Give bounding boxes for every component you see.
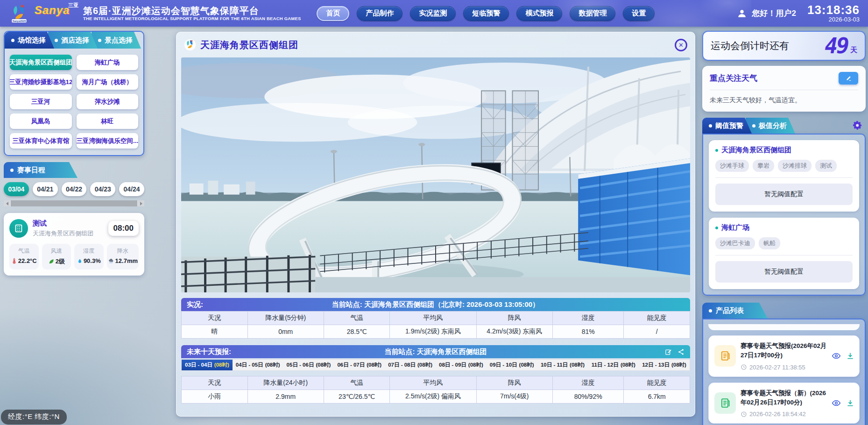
download-icon[interactable] [846,399,854,407]
bullet-dot-icon [715,149,718,152]
clock: 13:18:36 2026-03-03 [807,4,860,23]
forecast-day-tab[interactable]: 05日 - 06日(08时) [283,360,334,370]
countdown-label: 运动会倒计时还有 [711,39,825,52]
header-decor [518,0,751,27]
platform-title-cn: 第6届·亚洲沙滩运动会智慧气象保障平台 [83,6,301,16]
venue-button[interactable]: 海虹广场 [77,55,139,70]
venue-photo [181,57,690,292]
close-icon[interactable]: ✕ [675,39,687,51]
product-card[interactable]: 赛事专题天气预报(2026年02月27日17时00分) 2026-02-27 1… [708,335,860,377]
table-header-row: 天况降水量(5分钟) 气温平均风 阵风湿度 能见度 [182,312,690,325]
tab-threshold-warning[interactable]: 阈值预警 [702,118,752,134]
forecast-bar: 未来十天预报: 当前站点: 天涯海角景区西侧组团 [181,345,690,358]
schedule-date-scrollbar[interactable] [4,200,144,206]
bullet-dot-icon [709,124,712,128]
schedule-date[interactable]: 04/22 [62,182,87,196]
bullet-dot-icon [715,227,718,229]
divider [715,177,853,178]
games-emblem-logo: Sanya2026 [8,3,30,24]
right-panel: 运动会倒计时还有 49 天 重点关注天气 未来三天天气较好，气温适宜。 阈值预警… [702,31,866,425]
bullet-dot-icon [752,124,755,128]
schedule-date[interactable]: 04/21 [33,182,58,196]
app-header: Sanya2026 Sanya 三亚 第6届·亚洲沙滩运动会智慧气象保障平台 T… [0,0,868,27]
bullet-dot-icon [11,39,14,42]
sanya-logo: Sanya 三亚 [35,4,78,23]
bullet-dot-icon [55,39,58,42]
venue-detail-title: 天涯海角景区西侧组团 [200,39,298,51]
platform-title-en: THE INTELLIGENT METEOROLOGICAL SUPPORT P… [83,16,301,21]
product-title: 赛事专题天气预报（新）(2026年02月26日17时00分) [741,389,827,408]
table-value-row: 小雨2.9mm 23℃/26.5℃2.5m/s(2级) 偏南风 7m/s(4级)… [182,390,690,404]
schedule-date[interactable]: 04/23 [90,182,115,196]
product-timestamp: 2026-02-26 18:54:42 [749,411,806,418]
warning-card: 天涯海角景区西侧组团 沙滩手球 攀岩 沙滩排球 测试 暂无阈值配置 [709,140,859,212]
share-icon[interactable] [677,348,685,355]
user-greeting[interactable]: 您好！用户2 [752,8,796,19]
scroll-right-icon[interactable] [138,200,144,206]
forecast-day-tab[interactable]: 06日 - 07日(08时) [334,360,385,370]
sport-tag[interactable]: 帆船 [759,237,780,249]
venue-button[interactable]: 三亚湾婚纱摄影基地12 [10,74,72,90]
sport-tag[interactable]: 攀岩 [753,160,774,172]
gear-icon[interactable] [852,120,863,131]
schedule-date[interactable]: 03/04 [4,182,29,196]
forecast-station-line: 当前站点: 天涯海角景区西侧组团 [237,347,634,356]
tab-hotel-select[interactable]: 酒店选择 [48,32,98,49]
venue-button[interactable]: 萍水沙滩 [77,94,139,109]
schedule-date[interactable]: 04/24 [119,182,144,196]
venue-button[interactable]: 三亚湾御海俱乐空间... [77,133,139,149]
bullet-dot-icon [709,309,712,312]
venue-button[interactable]: 三亚河 [10,94,72,109]
forecast-day-tab[interactable]: 11日 - 12日(08时) [588,360,639,370]
stadium-photo-illustration [181,57,690,292]
event-card[interactable]: 测试 天涯海角景区西侧组团 08:00 气温 22.2°C [4,213,144,276]
forecast-day-tab[interactable]: 09日 - 10日(08时) [487,360,537,370]
forecast-day-tab[interactable]: 03日 - 04日(08时) [182,360,233,370]
product-list-header: 产品列表 [702,303,768,319]
edit-focus-button[interactable] [839,72,858,85]
venue-button[interactable]: 海月广场（栈桥） [77,74,139,90]
preview-eye-icon[interactable] [832,398,841,408]
scroll-left-icon[interactable] [4,200,10,206]
preview-eye-icon[interactable] [832,351,841,361]
product-card[interactable]: 赛事专题天气预报（新）(2026年02月26日17时00分) 2026-02-2… [708,382,860,424]
stat-wind: 风速 2级 [42,244,71,269]
venue-button[interactable]: 三亚体育中心体育馆 [10,133,72,149]
nav-live-monitoring[interactable]: 实况监测 [410,6,456,21]
building-icon [14,223,24,234]
sport-tag[interactable]: 测试 [815,160,837,172]
venue-selector-panel: 场馆选择 酒店选择 景点选择 天涯海角景区西侧组团 海虹广场 三亚湾婚纱摄影基地… [4,31,144,156]
tab-venue-select[interactable]: 场馆选择 [5,32,54,49]
edit-icon[interactable] [665,348,672,355]
sport-tag[interactable]: 沙滩巴卡迪 [715,237,755,249]
sport-tag[interactable]: 沙滩手球 [715,160,749,172]
clock-time: 13:18:36 [807,4,860,16]
scrollbar-thumb[interactable] [11,200,137,206]
thermometer-icon [11,258,17,264]
partial-product-card[interactable] [708,324,860,330]
venue-button[interactable]: 凤凰岛 [10,113,72,129]
forecast-day-tab[interactable]: 10日 - 11日(08时) [537,360,588,370]
tab-extreme-analysis[interactable]: 极值分析 [746,118,795,134]
table-header-row: 天况降水量(24小时) 气温平均风 阵风湿度 能见度 [182,376,690,390]
venue-button[interactable]: 林旺 [77,113,139,129]
forecast-day-tabs: 03日 - 04日(08时) 04日 - 05日(08时) 05日 - 06日(… [181,359,690,371]
forecast-section: 未来十天预报: 当前站点: 天涯海角景区西侧组团 03日 - 04日(08时) … [181,345,690,404]
tab-scenic-select[interactable]: 景点选择 [92,32,141,49]
left-sidebar: 场馆选择 酒店选择 景点选择 天涯海角景区西侧组团 海虹广场 三亚湾婚纱摄影基地… [4,31,144,276]
live-label: 实况: [187,300,203,309]
user-zone: 您好！用户2 13:18:36 2026-03-03 [737,4,860,23]
venue-button[interactable]: 天涯海角景区西侧组团 [10,55,72,70]
forecast-day-tab[interactable]: 12日 - 13日(08时) [639,360,690,370]
venue-grid: 天涯海角景区西侧组团 海虹广场 三亚湾婚纱摄影基地12 海月广场（栈桥） 三亚河… [5,49,143,155]
nav-product-making[interactable]: 产品制作 [357,6,402,21]
forecast-day-tab[interactable]: 04日 - 05日(08时) [233,360,283,370]
venue-detail-panel: 天涯海角景区西侧组团 ✕ [176,32,695,417]
download-icon[interactable] [846,352,854,360]
forecast-day-tab[interactable]: 08日 - 09日(08时) [436,360,487,370]
nav-home[interactable]: 首页 [317,6,349,21]
sport-tag[interactable]: 沙滩排球 [778,160,812,172]
event-venue: 天涯海角景区西侧组团 [33,229,93,238]
forecast-day-tab[interactable]: 07日 - 08日(08时) [385,360,436,370]
nav-nowcast-warning[interactable]: 短临预警 [463,6,509,21]
